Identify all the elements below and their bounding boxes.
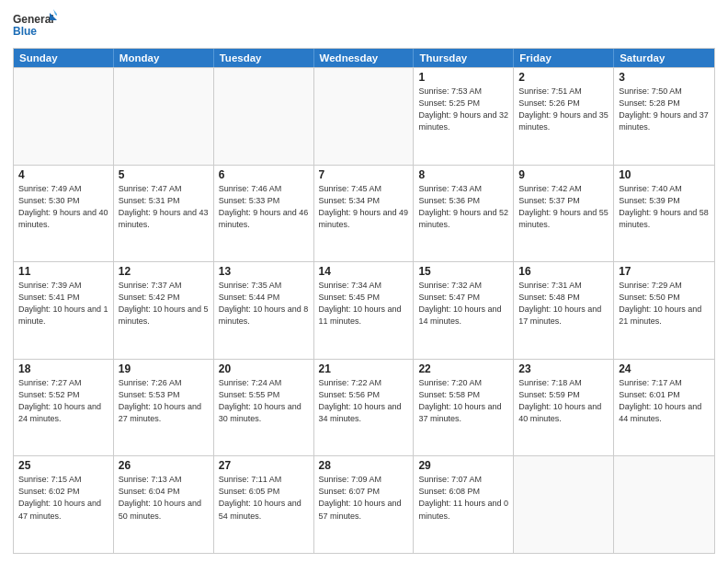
calendar-empty-cell	[14, 68, 114, 165]
day-info: Sunrise: 7:15 AM Sunset: 6:02 PM Dayligh…	[18, 474, 108, 522]
calendar-week-1: 4Sunrise: 7:49 AM Sunset: 5:30 PM Daylig…	[14, 165, 714, 262]
day-number: 27	[219, 459, 309, 472]
calendar-day-28: 28Sunrise: 7:09 AM Sunset: 6:07 PM Dayli…	[314, 456, 415, 553]
day-info: Sunrise: 7:50 AM Sunset: 5:28 PM Dayligh…	[619, 86, 710, 133]
day-number: 18	[18, 362, 108, 375]
day-info: Sunrise: 7:31 AM Sunset: 5:48 PM Dayligh…	[518, 280, 609, 327]
day-info: Sunrise: 7:40 AM Sunset: 5:39 PM Dayligh…	[619, 183, 710, 231]
day-number: 1	[418, 71, 508, 84]
calendar-week-0: 1Sunrise: 7:53 AM Sunset: 5:25 PM Daylig…	[14, 67, 714, 165]
day-number: 4	[18, 168, 108, 181]
day-number: 13	[219, 265, 309, 278]
day-info: Sunrise: 7:39 AM Sunset: 5:41 PM Dayligh…	[18, 280, 108, 327]
calendar-body: 1Sunrise: 7:53 AM Sunset: 5:25 PM Daylig…	[14, 67, 714, 553]
day-info: Sunrise: 7:35 AM Sunset: 5:44 PM Dayligh…	[219, 280, 309, 327]
day-info: Sunrise: 7:45 AM Sunset: 5:34 PM Dayligh…	[319, 183, 409, 231]
day-number: 17	[619, 265, 710, 278]
day-info: Sunrise: 7:29 AM Sunset: 5:50 PM Dayligh…	[619, 280, 710, 327]
calendar-empty-cell	[614, 456, 714, 553]
day-number: 7	[319, 168, 409, 181]
calendar-day-7: 7Sunrise: 7:45 AM Sunset: 5:34 PM Daylig…	[314, 166, 415, 262]
day-info: Sunrise: 7:43 AM Sunset: 5:36 PM Dayligh…	[418, 183, 508, 231]
calendar-day-2: 2Sunrise: 7:51 AM Sunset: 5:26 PM Daylig…	[514, 68, 614, 165]
calendar-day-14: 14Sunrise: 7:34 AM Sunset: 5:45 PM Dayli…	[314, 262, 415, 359]
header-day-monday: Monday	[114, 49, 214, 67]
header-day-wednesday: Wednesday	[314, 49, 415, 67]
calendar-empty-cell	[214, 68, 314, 165]
day-number: 23	[518, 362, 609, 375]
day-number: 10	[619, 168, 710, 181]
day-info: Sunrise: 7:53 AM Sunset: 5:25 PM Dayligh…	[418, 86, 508, 133]
day-info: Sunrise: 7:49 AM Sunset: 5:30 PM Dayligh…	[18, 183, 108, 231]
logo: General Blue	[13, 9, 57, 42]
calendar-day-25: 25Sunrise: 7:15 AM Sunset: 6:02 PM Dayli…	[14, 456, 114, 553]
day-info: Sunrise: 7:26 AM Sunset: 5:53 PM Dayligh…	[119, 377, 209, 425]
day-info: Sunrise: 7:17 AM Sunset: 6:01 PM Dayligh…	[619, 377, 710, 425]
calendar-day-23: 23Sunrise: 7:18 AM Sunset: 5:59 PM Dayli…	[514, 360, 614, 456]
calendar-day-27: 27Sunrise: 7:11 AM Sunset: 6:05 PM Dayli…	[214, 456, 314, 553]
day-number: 19	[119, 362, 209, 375]
day-info: Sunrise: 7:24 AM Sunset: 5:55 PM Dayligh…	[219, 377, 309, 425]
day-info: Sunrise: 7:07 AM Sunset: 6:08 PM Dayligh…	[418, 474, 508, 522]
calendar-empty-cell	[314, 68, 415, 165]
header-day-tuesday: Tuesday	[214, 49, 314, 67]
calendar-day-5: 5Sunrise: 7:47 AM Sunset: 5:31 PM Daylig…	[114, 166, 214, 262]
calendar-week-3: 18Sunrise: 7:27 AM Sunset: 5:52 PM Dayli…	[14, 359, 714, 456]
calendar-day-22: 22Sunrise: 7:20 AM Sunset: 5:58 PM Dayli…	[414, 360, 514, 456]
day-number: 2	[518, 71, 609, 84]
calendar-week-4: 25Sunrise: 7:15 AM Sunset: 6:02 PM Dayli…	[14, 455, 714, 553]
calendar-day-21: 21Sunrise: 7:22 AM Sunset: 5:56 PM Dayli…	[314, 360, 415, 456]
day-number: 9	[518, 168, 609, 181]
day-info: Sunrise: 7:46 AM Sunset: 5:33 PM Dayligh…	[219, 183, 309, 231]
day-number: 12	[119, 265, 209, 278]
day-number: 26	[119, 459, 209, 472]
header-day-thursday: Thursday	[414, 49, 514, 67]
day-number: 15	[418, 265, 508, 278]
day-number: 6	[219, 168, 309, 181]
calendar-day-13: 13Sunrise: 7:35 AM Sunset: 5:44 PM Dayli…	[214, 262, 314, 359]
calendar-day-15: 15Sunrise: 7:32 AM Sunset: 5:47 PM Dayli…	[414, 262, 514, 359]
day-info: Sunrise: 7:11 AM Sunset: 6:05 PM Dayligh…	[219, 474, 309, 522]
calendar-empty-cell	[514, 456, 614, 553]
calendar-day-12: 12Sunrise: 7:37 AM Sunset: 5:42 PM Dayli…	[114, 262, 214, 359]
calendar-day-29: 29Sunrise: 7:07 AM Sunset: 6:08 PM Dayli…	[414, 456, 514, 553]
calendar-header: SundayMondayTuesdayWednesdayThursdayFrid…	[14, 49, 714, 67]
day-number: 5	[119, 168, 209, 181]
calendar-empty-cell	[114, 68, 214, 165]
calendar-day-18: 18Sunrise: 7:27 AM Sunset: 5:52 PM Dayli…	[14, 360, 114, 456]
day-number: 16	[518, 265, 609, 278]
page-header: General Blue	[13, 9, 715, 42]
day-info: Sunrise: 7:47 AM Sunset: 5:31 PM Dayligh…	[119, 183, 209, 231]
day-info: Sunrise: 7:27 AM Sunset: 5:52 PM Dayligh…	[18, 377, 108, 425]
day-info: Sunrise: 7:42 AM Sunset: 5:37 PM Dayligh…	[518, 183, 609, 231]
calendar-day-9: 9Sunrise: 7:42 AM Sunset: 5:37 PM Daylig…	[514, 166, 614, 262]
day-info: Sunrise: 7:09 AM Sunset: 6:07 PM Dayligh…	[319, 474, 409, 522]
calendar-day-17: 17Sunrise: 7:29 AM Sunset: 5:50 PM Dayli…	[614, 262, 714, 359]
calendar-day-11: 11Sunrise: 7:39 AM Sunset: 5:41 PM Dayli…	[14, 262, 114, 359]
day-info: Sunrise: 7:32 AM Sunset: 5:47 PM Dayligh…	[418, 280, 508, 327]
day-info: Sunrise: 7:18 AM Sunset: 5:59 PM Dayligh…	[518, 377, 609, 425]
calendar-day-8: 8Sunrise: 7:43 AM Sunset: 5:36 PM Daylig…	[414, 166, 514, 262]
calendar-day-26: 26Sunrise: 7:13 AM Sunset: 6:04 PM Dayli…	[114, 456, 214, 553]
calendar-day-4: 4Sunrise: 7:49 AM Sunset: 5:30 PM Daylig…	[14, 166, 114, 262]
day-info: Sunrise: 7:51 AM Sunset: 5:26 PM Dayligh…	[518, 86, 609, 133]
day-number: 25	[18, 459, 108, 472]
day-info: Sunrise: 7:22 AM Sunset: 5:56 PM Dayligh…	[319, 377, 409, 425]
day-info: Sunrise: 7:20 AM Sunset: 5:58 PM Dayligh…	[418, 377, 508, 425]
svg-text:General: General	[13, 13, 54, 26]
calendar-day-24: 24Sunrise: 7:17 AM Sunset: 6:01 PM Dayli…	[614, 360, 714, 456]
day-number: 21	[319, 362, 409, 375]
day-number: 24	[619, 362, 710, 375]
logo-svg: General Blue	[13, 9, 57, 42]
day-number: 28	[319, 459, 409, 472]
day-number: 20	[219, 362, 309, 375]
calendar-day-10: 10Sunrise: 7:40 AM Sunset: 5:39 PM Dayli…	[614, 166, 714, 262]
day-info: Sunrise: 7:13 AM Sunset: 6:04 PM Dayligh…	[119, 474, 209, 522]
calendar: SundayMondayTuesdayWednesdayThursdayFrid…	[13, 48, 715, 554]
calendar-day-3: 3Sunrise: 7:50 AM Sunset: 5:28 PM Daylig…	[614, 68, 714, 165]
day-number: 29	[418, 459, 508, 472]
header-day-friday: Friday	[514, 49, 614, 67]
calendar-day-19: 19Sunrise: 7:26 AM Sunset: 5:53 PM Dayli…	[114, 360, 214, 456]
calendar-day-16: 16Sunrise: 7:31 AM Sunset: 5:48 PM Dayli…	[514, 262, 614, 359]
day-number: 3	[619, 71, 710, 84]
